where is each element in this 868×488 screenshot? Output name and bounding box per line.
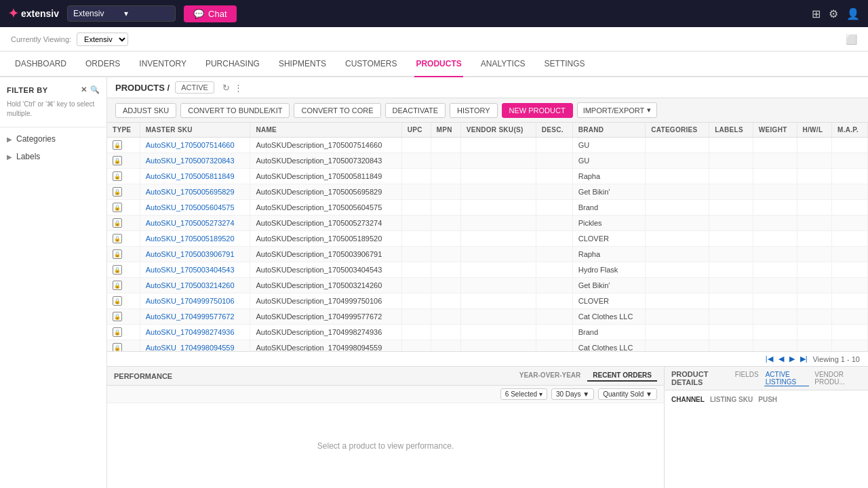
cell-vendor-skus bbox=[460, 153, 536, 169]
cell-name: AutoSKUDescription_1704999750106 bbox=[250, 293, 401, 309]
product-details-panel: PRODUCT DETAILS FIELDS ACTIVE LISTINGS V… bbox=[665, 367, 868, 488]
user-avatar[interactable]: 👤 bbox=[846, 7, 860, 20]
performance-controls: 6 Selected ▾ 30 Days ▼ Quantity Sold ▼ bbox=[107, 386, 664, 403]
chat-button[interactable]: 💬 Chat bbox=[184, 5, 236, 22]
refresh-icon[interactable]: ↻ bbox=[222, 83, 230, 93]
sku-link[interactable]: AutoSKU_1705003214260 bbox=[146, 281, 235, 289]
col-desc: DESC. bbox=[536, 123, 572, 138]
pd-sub-header: CHANNEL LISTING SKU PUSH bbox=[670, 396, 863, 403]
cell-categories bbox=[646, 309, 709, 325]
sku-link[interactable]: AutoSKU_1705005273274 bbox=[146, 219, 235, 227]
cell-desc bbox=[536, 153, 572, 169]
convert-core-button[interactable]: CONVERT TO CORE bbox=[294, 103, 380, 118]
nav-customers[interactable]: CUSTOMERS bbox=[344, 52, 398, 77]
performance-tabs: YEAR-OVER-YEAR RECENT ORDERS bbox=[514, 370, 657, 382]
cell-map bbox=[832, 262, 868, 278]
cell-name: AutoSKUDescription_1705007320843 bbox=[250, 153, 401, 169]
dropdown-icon: ▾ bbox=[647, 106, 651, 115]
grid-icon[interactable]: ⊞ bbox=[812, 7, 821, 20]
products-breadcrumb: PRODUCTS / bbox=[115, 83, 170, 93]
next-page-button[interactable]: ▶ bbox=[789, 354, 795, 363]
cell-brand: Rapha bbox=[572, 169, 646, 184]
new-product-button[interactable]: NEW PRODUCT bbox=[502, 103, 573, 118]
days-dropdown[interactable]: 30 Days ▼ bbox=[551, 388, 594, 400]
table-header-row: TYPE MASTER SKU NAME UPC MPN VENDOR SKU(… bbox=[107, 123, 868, 138]
product-details-body: CHANNEL LISTING SKU PUSH bbox=[665, 390, 868, 488]
sku-link[interactable]: AutoSKU_1705005604575 bbox=[146, 203, 235, 211]
cell-upc bbox=[401, 247, 431, 262]
type-icon: 🔒 bbox=[113, 312, 122, 321]
logo: ✦ extensiv bbox=[8, 6, 59, 21]
sku-link[interactable]: AutoSKU_1705005811849 bbox=[146, 172, 235, 180]
cell-desc bbox=[536, 293, 572, 309]
cell-brand: Get Bikin' bbox=[572, 184, 646, 200]
type-icon: 🔒 bbox=[113, 327, 122, 337]
sidebar-item-categories[interactable]: ▶ Categories bbox=[0, 130, 106, 148]
first-page-button[interactable]: |◀ bbox=[766, 354, 773, 363]
col-map: M.A.P. bbox=[832, 123, 868, 138]
cell-categories bbox=[646, 200, 709, 216]
selected-dropdown[interactable]: 6 Selected ▾ bbox=[500, 388, 547, 400]
cell-brand: GU bbox=[572, 153, 646, 169]
sidebar-item-labels[interactable]: ▶ Labels bbox=[0, 148, 106, 165]
tab-recent-orders[interactable]: RECENT ORDERS bbox=[587, 370, 657, 382]
cell-map bbox=[832, 340, 868, 352]
company-selector[interactable]: Extensiv ▾ bbox=[67, 5, 176, 22]
settings-icon[interactable]: ⚙ bbox=[829, 7, 838, 20]
sku-link[interactable]: AutoSKU_1704999577672 bbox=[146, 312, 235, 321]
cell-map bbox=[832, 216, 868, 231]
adjust-sku-button[interactable]: ADJUST SKU bbox=[115, 103, 176, 118]
search-icon[interactable]: 🔍 bbox=[90, 85, 100, 94]
clear-filter-icon[interactable]: ✕ bbox=[81, 85, 87, 94]
quantity-dropdown[interactable]: Quantity Sold ▼ bbox=[598, 388, 657, 400]
tab-fields[interactable]: FIELDS bbox=[734, 371, 760, 386]
nav-inventory[interactable]: INVENTORY bbox=[138, 52, 188, 77]
labels-label: Labels bbox=[16, 152, 40, 161]
nav-shipments[interactable]: SHIPMENTS bbox=[277, 52, 328, 77]
last-page-button[interactable]: ▶| bbox=[800, 354, 808, 363]
cell-brand: Get Bikin' bbox=[572, 278, 646, 293]
tab-vendor-produ[interactable]: VENDOR PRODU... bbox=[813, 371, 861, 386]
performance-header: PERFORMANCE YEAR-OVER-YEAR RECENT ORDERS bbox=[107, 367, 664, 386]
tab-active-listings[interactable]: ACTIVE LISTINGS bbox=[764, 371, 810, 386]
export-icon[interactable]: ⬜ bbox=[846, 34, 857, 45]
nav-settings[interactable]: SETTINGS bbox=[543, 52, 587, 77]
cell-master-sku: AutoSKU_1705007320843 bbox=[140, 153, 250, 169]
cell-type: 🔒 bbox=[107, 184, 140, 200]
bottom-panel: PERFORMANCE YEAR-OVER-YEAR RECENT ORDERS… bbox=[107, 366, 868, 488]
company-select[interactable]: Extensiv bbox=[77, 33, 128, 46]
table-row: 🔒 AutoSKU_1705007514660 AutoSKUDescripti… bbox=[107, 138, 868, 153]
sku-link[interactable]: AutoSKU_1705005695829 bbox=[146, 188, 235, 196]
cell-hwl bbox=[797, 325, 832, 340]
cell-upc bbox=[401, 153, 431, 169]
cell-name: AutoSKUDescription_1705003404543 bbox=[250, 262, 401, 278]
sku-link[interactable]: AutoSKU_1705005189520 bbox=[146, 235, 235, 243]
cell-weight bbox=[753, 293, 797, 309]
import-export-dropdown[interactable]: IMPORT/EXPORT ▾ bbox=[577, 102, 658, 118]
columns-icon[interactable]: ⋮ bbox=[234, 83, 243, 93]
sku-link[interactable]: AutoSKU_1705003404543 bbox=[146, 266, 235, 274]
cell-map bbox=[832, 153, 868, 169]
cell-vendor-skus bbox=[460, 184, 536, 200]
sku-link[interactable]: AutoSKU_1704999750106 bbox=[146, 297, 235, 305]
filter-label: FILTER BY bbox=[7, 86, 48, 94]
nav-products[interactable]: PRODUCTS bbox=[414, 52, 462, 77]
convert-bundle-button[interactable]: CONVERT TO BUNDLE/KIT bbox=[180, 103, 290, 118]
sku-link[interactable]: AutoSKU_1705007514660 bbox=[146, 141, 235, 149]
tab-year-over-year[interactable]: YEAR-OVER-YEAR bbox=[514, 370, 587, 382]
cell-vendor-skus bbox=[460, 325, 536, 340]
sku-link[interactable]: AutoSKU_1704998274936 bbox=[146, 328, 235, 336]
sku-link[interactable]: AutoSKU_1705003906791 bbox=[146, 250, 235, 258]
cell-mpn bbox=[431, 309, 460, 325]
sku-link[interactable]: AutoSKU_1704998094559 bbox=[146, 344, 235, 351]
nav-purchasing[interactable]: PURCHASING bbox=[204, 52, 261, 77]
history-button[interactable]: HISTORY bbox=[450, 103, 498, 118]
nav-orders[interactable]: ORDERS bbox=[84, 52, 121, 77]
sku-link[interactable]: AutoSKU_1705007320843 bbox=[146, 157, 235, 165]
table-row: 🔒 AutoSKU_1704998094559 AutoSKUDescripti… bbox=[107, 340, 868, 352]
deactivate-button[interactable]: DEACTIVATE bbox=[385, 103, 446, 118]
cell-map bbox=[832, 169, 868, 184]
nav-analytics[interactable]: ANALYTICS bbox=[479, 52, 527, 77]
nav-dashboard[interactable]: DASHBOARD bbox=[14, 52, 68, 77]
prev-page-button[interactable]: ◀ bbox=[778, 354, 784, 363]
